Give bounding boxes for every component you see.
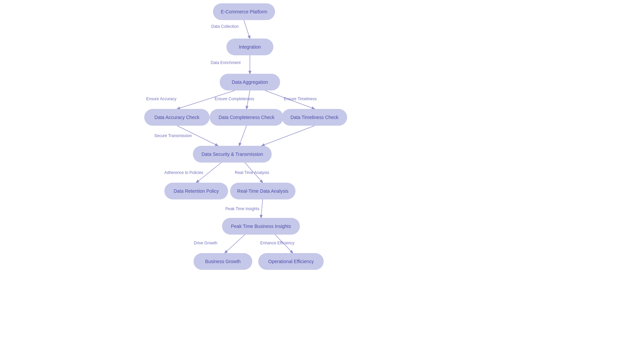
diagram-container: E-Commerce Platform Integration Data Agg… <box>0 0 644 362</box>
node-timeliness[interactable]: Data Timeliness Check <box>282 109 347 126</box>
node-peaktime[interactable]: Peak Time Business Insights <box>222 218 300 235</box>
svg-line-0 <box>244 20 250 39</box>
node-growth[interactable]: Business Growth <box>194 253 252 270</box>
node-ecommerce[interactable]: E-Commerce Platform <box>213 3 275 20</box>
node-efficiency[interactable]: Operational Efficiency <box>258 253 324 270</box>
label-peak-insights: Peak Time Insights <box>225 206 259 211</box>
label-secure-transmission: Secure Transmission <box>154 133 192 138</box>
node-completeness[interactable]: Data Completeness Check <box>210 109 283 126</box>
node-realtime[interactable]: Real-Time Data Analysis <box>230 183 296 199</box>
node-retention[interactable]: Data Retention Policy <box>164 183 228 199</box>
label-enhance-efficiency: Enhance Efficiency <box>260 241 294 245</box>
label-ensure-completeness: Ensure Completeness <box>215 97 254 101</box>
svg-line-11 <box>225 235 245 253</box>
label-data-enrichment: Data Enrichment <box>211 60 240 65</box>
label-ensure-timeliness: Ensure Timeliness <box>284 97 317 101</box>
label-realtime-analysis: Real-Time Analysis <box>235 170 269 175</box>
svg-line-10 <box>261 199 263 218</box>
label-ensure-accuracy: Ensure Accuracy <box>146 97 176 101</box>
label-drive-growth: Drive Growth <box>194 241 217 245</box>
label-data-collection: Data Collection <box>211 24 238 29</box>
node-integration[interactable]: Integration <box>226 39 273 55</box>
node-aggregation[interactable]: Data Aggregation <box>220 74 280 90</box>
svg-connectors <box>0 0 644 362</box>
node-security[interactable]: Data Security & Transmission <box>193 146 272 163</box>
svg-line-6 <box>239 126 247 146</box>
svg-line-7 <box>262 126 315 146</box>
label-adherence: Adherence to Policies <box>164 170 203 175</box>
node-accuracy[interactable]: Data Accuracy Check <box>144 109 210 126</box>
